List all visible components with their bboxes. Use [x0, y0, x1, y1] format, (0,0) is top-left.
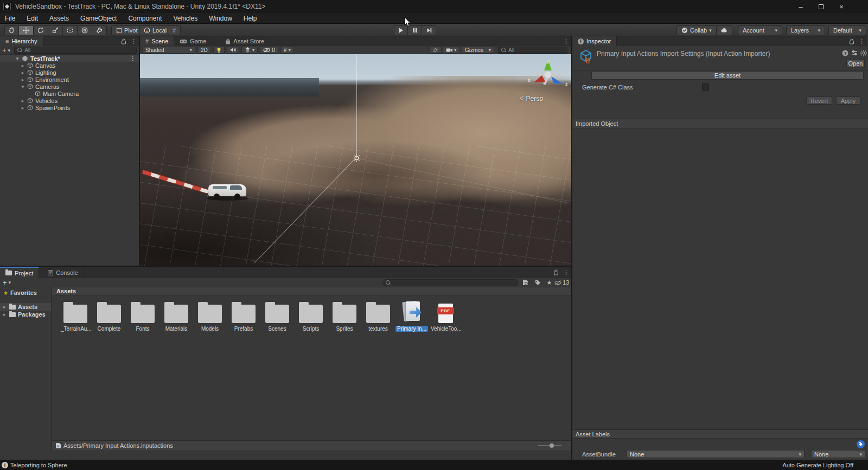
kebab-menu-icon[interactable]: ⋮ [563, 269, 569, 276]
presets-icon[interactable] [851, 49, 858, 56]
shading-dropdown[interactable]: Shaded ▾ [142, 47, 195, 54]
project-item-textures[interactable]: textures [361, 299, 395, 332]
imported-object-header[interactable]: Imported Object [572, 119, 868, 128]
project-item-scripts[interactable]: Scripts [294, 299, 328, 332]
close-button[interactable]: × [833, 0, 850, 13]
hierarchy-item-canvas[interactable]: ▸ Canvas [0, 62, 139, 69]
lock-icon[interactable] [849, 38, 854, 44]
tab-console[interactable]: Console [42, 267, 84, 278]
search-by-label-icon[interactable] [534, 279, 541, 286]
grid-visibility-dropdown[interactable]: # ▾ [280, 47, 294, 54]
grid-snap-toggle[interactable]: # [168, 25, 181, 35]
hierarchy-item-vehicles[interactable]: ▸ Vehicles [0, 97, 139, 104]
hierarchy-item-lighting[interactable]: ▸ Lighting [0, 69, 139, 76]
minimize-button[interactable]: – [792, 0, 809, 13]
asset-labels-header[interactable]: Asset Labels [572, 429, 868, 439]
kebab-menu-icon[interactable]: ⋮ [859, 38, 865, 45]
2d-toggle[interactable]: 2D [197, 47, 211, 54]
transform-tool-icon[interactable] [78, 25, 92, 35]
projection-toggle[interactable]: < Persp [520, 94, 543, 102]
hand-tool-icon[interactable] [4, 25, 19, 35]
expand-icon[interactable]: ▸ [21, 98, 25, 104]
tab-project[interactable]: Project [0, 267, 39, 278]
tab-asset-store[interactable]: Asset Store [220, 36, 270, 46]
pivot-toggle[interactable]: Pivot [111, 25, 142, 35]
apply-button[interactable]: Apply [836, 96, 860, 105]
menu-vehicles[interactable]: Vehicles [173, 15, 197, 22]
tab-scene[interactable]: # Scene [140, 36, 174, 46]
pivot-point-gizmo[interactable] [352, 153, 361, 163]
scene-tools-button[interactable] [429, 47, 442, 54]
expand-icon[interactable]: ▸ [3, 312, 7, 317]
expand-icon[interactable]: ▸ [3, 304, 7, 310]
open-button[interactable]: Open [846, 59, 865, 67]
project-item-complete[interactable]: Complete [92, 299, 126, 332]
hierarchy-search-input[interactable] [24, 47, 133, 53]
custom-tools-icon[interactable] [92, 25, 107, 35]
lighting-toggle[interactable] [213, 47, 225, 54]
hierarchy-item-environment[interactable]: ▸ Environment [0, 76, 139, 83]
expand-icon[interactable]: ▾ [15, 56, 20, 61]
tab-inspector[interactable]: i Inspector [572, 36, 617, 46]
step-button[interactable] [422, 25, 436, 35]
hierarchy-search[interactable] [14, 47, 137, 54]
kebab-menu-icon[interactable]: ⋮ [130, 55, 136, 62]
hidden-packages-toggle[interactable]: 13 [554, 279, 569, 286]
gear-icon[interactable] [860, 49, 867, 56]
lock-icon[interactable] [553, 269, 559, 275]
help-icon[interactable]: ? [841, 49, 848, 56]
asset-label-tag-icon[interactable] [857, 440, 865, 448]
scene-row[interactable]: ▾ TestTrack* ⋮ [0, 55, 139, 62]
create-button[interactable]: + [3, 279, 7, 287]
kebab-menu-icon[interactable]: ⋮ [131, 38, 137, 45]
chevron-down-icon[interactable]: ▾ [9, 280, 11, 285]
tab-game[interactable]: Game [174, 36, 212, 46]
effects-dropdown[interactable]: ▾ [241, 47, 258, 54]
favorites-header[interactable]: ★ Favorites [0, 289, 51, 297]
project-item-primary-input-actions[interactable]: Primary In... [395, 299, 429, 332]
menu-edit[interactable]: Edit [27, 15, 38, 22]
thumbnail-size-slider[interactable] [538, 445, 561, 446]
local-toggle[interactable]: Local [139, 25, 171, 35]
project-item-prefabs[interactable]: Prefabs [227, 299, 260, 332]
layers-dropdown[interactable]: Layers ▾ [786, 25, 825, 35]
project-item-sprites[interactable]: Sprites [328, 299, 361, 332]
kebab-menu-icon[interactable]: ⋮ [563, 38, 569, 45]
auto-generate-lighting-status[interactable]: Auto Generate Lighting Off [782, 462, 853, 468]
axis-z-cone[interactable] [551, 76, 563, 83]
hierarchy-item-main-camera[interactable]: Main Camera [0, 90, 139, 97]
project-item-models[interactable]: Models [193, 299, 227, 332]
revert-button[interactable]: Revert [806, 96, 832, 105]
generate-class-checkbox[interactable] [702, 83, 709, 91]
maximize-button[interactable] [812, 0, 829, 13]
menu-help[interactable]: Help [244, 15, 257, 22]
project-search-input[interactable] [393, 280, 515, 286]
menu-file[interactable]: File [5, 15, 15, 22]
project-search[interactable] [382, 279, 518, 286]
rotate-tool-icon[interactable] [34, 25, 48, 35]
scale-tool-icon[interactable] [48, 25, 63, 35]
expand-icon[interactable]: ▾ [21, 84, 25, 89]
slider-knob[interactable] [550, 443, 554, 448]
hidden-objects-toggle[interactable]: 0 [260, 47, 278, 54]
project-item-scenes[interactable]: Scenes [260, 299, 294, 332]
project-item-terrainau[interactable]: _TerrainAu... [59, 299, 92, 332]
tab-hierarchy[interactable]: ≡ Hierarchy [0, 36, 43, 46]
favorites-filter-icon[interactable]: ★ [546, 279, 553, 286]
expand-icon[interactable]: ▸ [21, 63, 25, 68]
edit-asset-button[interactable]: Edit asset [591, 71, 864, 80]
chevron-down-icon[interactable]: ▾ [8, 48, 11, 53]
menu-component[interactable]: Component [128, 15, 162, 22]
menu-assets[interactable]: Assets [49, 15, 69, 22]
sidebar-item-packages[interactable]: ▸ Packages [0, 311, 51, 318]
account-dropdown[interactable]: Account ▾ [738, 25, 782, 35]
scene-search-input[interactable] [508, 47, 564, 53]
scene-camera-dropdown[interactable]: ▾ [443, 47, 460, 54]
expand-icon[interactable]: ▸ [21, 105, 25, 111]
scene-viewport[interactable]: y x z < Persp [140, 54, 571, 266]
menu-window[interactable]: Window [209, 15, 232, 22]
layout-dropdown[interactable]: Default ▾ [828, 25, 866, 35]
menu-gameobject[interactable]: GameObject [80, 15, 117, 22]
expand-icon[interactable]: ▸ [21, 77, 25, 82]
collab-dropdown[interactable]: Collab ▾ [676, 25, 717, 35]
